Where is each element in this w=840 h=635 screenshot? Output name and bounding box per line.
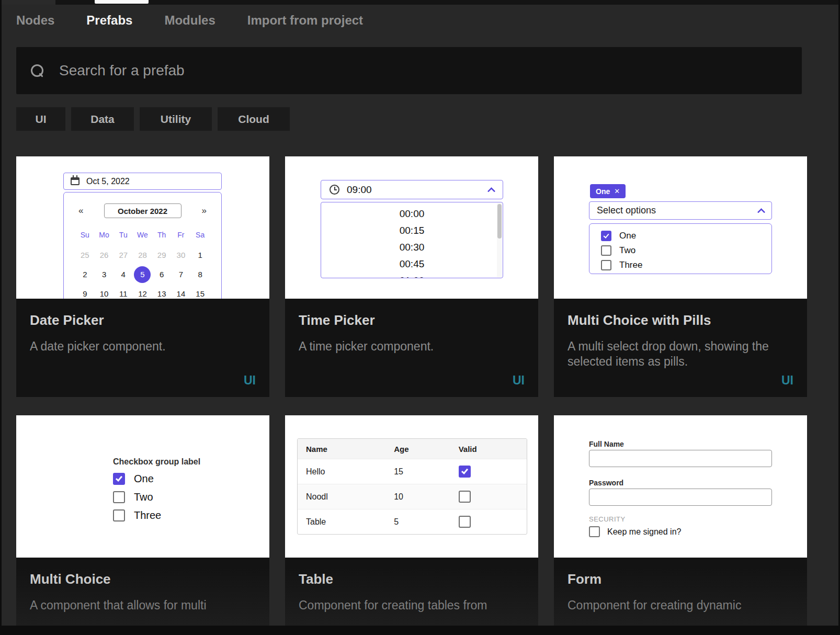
password-field[interactable] <box>589 489 772 506</box>
calendar-day[interactable]: 2 <box>76 266 93 283</box>
table-cell: 5 <box>394 517 458 527</box>
filter-chips: UI Data Utility Cloud <box>16 107 838 131</box>
checkbox[interactable] <box>113 491 125 503</box>
card-description: A component that allows for multi <box>30 598 256 613</box>
prefab-card-form[interactable]: Full Name Password SECURITY Keep me sign… <box>554 415 807 635</box>
calendar-day[interactable]: 11 <box>115 286 132 299</box>
dropdown-option[interactable]: Three <box>601 258 771 273</box>
table-preview: Name Age Valid Hello 15 Noodl 10 <box>285 415 538 558</box>
calendar-day[interactable]: 3 <box>96 266 112 283</box>
prefab-card-table[interactable]: Name Age Valid Hello 15 Noodl 10 <box>285 415 538 635</box>
bottom-edge-bar <box>2 626 838 635</box>
checkbox[interactable] <box>459 516 471 528</box>
time-option[interactable]: 00:30 <box>321 239 503 256</box>
tab-prefabs[interactable]: Prefabs <box>86 13 132 28</box>
calendar-day[interactable]: 14 <box>173 286 189 299</box>
column-header: Valid <box>459 445 527 453</box>
card-title: Table <box>299 571 525 587</box>
card-category-badge: UI <box>244 373 256 388</box>
prefab-card-multi-choice-pills[interactable]: One ✕ Select options One <box>554 156 807 397</box>
filter-chip-utility[interactable]: Utility <box>140 107 212 131</box>
checkbox-option[interactable]: One <box>113 472 200 485</box>
card-info: Multi Choice with Pills A multi select d… <box>554 299 807 397</box>
multi-select[interactable]: Select options <box>589 201 772 220</box>
time-select[interactable]: 09:00 <box>321 180 503 199</box>
scrollbar-thumb[interactable] <box>497 204 502 239</box>
time-option[interactable]: 00:15 <box>321 222 503 239</box>
full-name-field[interactable] <box>589 450 772 467</box>
calendar-day[interactable]: 13 <box>153 286 170 299</box>
close-icon[interactable]: ✕ <box>614 187 620 195</box>
option-label: Keep me signed in? <box>607 527 681 537</box>
calendar-day[interactable]: 15 <box>192 286 209 299</box>
prefab-grid: Oct 5, 2022 « October 2022 » Su Mo Tu We <box>16 156 838 635</box>
calendar-day[interactable]: 25 <box>76 247 93 264</box>
tab-nodes[interactable]: Nodes <box>16 13 54 28</box>
dropdown-option[interactable]: Two <box>601 243 771 258</box>
tab-modules[interactable]: Modules <box>164 13 215 28</box>
calendar-day[interactable]: 8 <box>192 266 209 283</box>
checkbox[interactable] <box>589 526 600 537</box>
checkbox[interactable] <box>601 245 611 256</box>
multi-pills-preview: One ✕ Select options One <box>554 156 807 299</box>
table-cell: 15 <box>394 467 458 477</box>
search-bar[interactable] <box>16 47 802 94</box>
card-title: Multi Choice with Pills <box>567 312 793 328</box>
checkbox-option[interactable]: Two <box>113 491 200 503</box>
calendar-day[interactable]: 30 <box>173 247 189 264</box>
table-row[interactable]: Hello 15 <box>298 459 527 484</box>
calendar-day[interactable]: 26 <box>96 247 112 264</box>
filter-chip-ui[interactable]: UI <box>16 107 65 131</box>
weekday-label: Th <box>152 231 172 239</box>
search-icon <box>31 64 43 77</box>
calendar-day[interactable]: 27 <box>115 247 132 264</box>
calendar-day[interactable]: 7 <box>173 266 189 283</box>
prefab-card-date-picker[interactable]: Oct 5, 2022 « October 2022 » Su Mo Tu We <box>16 156 269 397</box>
keep-signed-in-option[interactable]: Keep me signed in? <box>589 526 681 537</box>
prefab-card-multi-choice[interactable]: Checkbox group label One Two Three <box>16 415 269 635</box>
scrollbar-track[interactable] <box>497 203 502 277</box>
field-label: Full Name <box>589 440 624 448</box>
weekday-label: Fr <box>172 231 191 239</box>
tab-import-from-project[interactable]: Import from project <box>247 13 363 28</box>
date-input[interactable]: Oct 5, 2022 <box>63 173 222 190</box>
table-cell: Hello <box>298 467 394 477</box>
dropdown-option[interactable]: One <box>601 229 771 243</box>
search-input[interactable] <box>59 62 687 79</box>
calendar-day-selected[interactable]: 5 <box>134 266 151 283</box>
checkbox-checked[interactable] <box>113 473 125 485</box>
selected-pill[interactable]: One ✕ <box>590 184 626 198</box>
calendar-day[interactable]: 1 <box>192 247 209 264</box>
table-row[interactable]: Noodl 10 <box>298 484 527 509</box>
table-cell: Noodl <box>298 492 394 502</box>
form-preview: Full Name Password SECURITY Keep me sign… <box>554 415 807 558</box>
prefab-card-time-picker[interactable]: 09:00 00:00 00:15 00:30 00:45 01:00 <box>285 156 538 397</box>
time-option[interactable]: 00:45 <box>321 256 503 273</box>
card-title: Time Picker <box>299 312 525 328</box>
checkbox[interactable] <box>113 509 125 521</box>
table-cell <box>459 491 527 503</box>
checkbox[interactable] <box>459 491 471 503</box>
calendar-next-button[interactable]: » <box>202 206 207 216</box>
calendar-day[interactable]: 9 <box>76 286 93 299</box>
checkbox-option[interactable]: Three <box>113 509 200 521</box>
calendar-prev-button[interactable]: « <box>78 206 83 216</box>
calendar-month-button[interactable]: October 2022 <box>104 203 181 218</box>
calendar-day[interactable]: 6 <box>153 266 170 283</box>
calendar-day[interactable]: 10 <box>96 286 112 299</box>
filter-chip-data[interactable]: Data <box>71 107 134 131</box>
card-description: Component for creating tables from <box>299 598 525 613</box>
calendar-date-row: 25 26 27 28 29 30 1 <box>64 245 221 265</box>
filter-chip-cloud[interactable]: Cloud <box>218 107 290 131</box>
calendar-day[interactable]: 4 <box>115 266 132 283</box>
table-row[interactable]: Table 5 <box>298 509 527 534</box>
calendar-day[interactable]: 12 <box>134 286 151 299</box>
checkbox-checked[interactable] <box>459 466 471 478</box>
calendar-day[interactable]: 29 <box>153 247 170 264</box>
calendar-icon <box>71 177 80 185</box>
time-option[interactable]: 01:00 <box>321 273 503 278</box>
calendar-day[interactable]: 28 <box>134 247 151 264</box>
time-option[interactable]: 00:00 <box>321 206 503 222</box>
checkbox[interactable] <box>601 260 611 270</box>
checkbox-checked[interactable] <box>601 231 611 241</box>
